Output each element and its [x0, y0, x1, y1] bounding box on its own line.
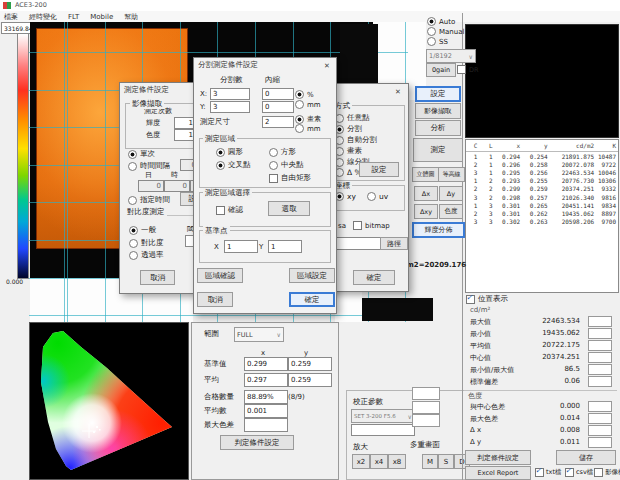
- gain-button[interactable]: 0gain: [426, 63, 456, 77]
- results-judge-button[interactable]: 判定條件設定: [465, 450, 531, 465]
- exposure-manual-radio[interactable]: Manual: [427, 27, 464, 36]
- coord-uv-radio[interactable]: uv: [367, 192, 388, 201]
- ref-x-field[interactable]: 0.299: [244, 357, 288, 371]
- split-cancel-button[interactable]: 取消: [197, 292, 233, 307]
- multiscreen-m-button[interactable]: M: [422, 454, 438, 469]
- confirm-checkbox[interactable]: 確認: [216, 205, 243, 215]
- stereo-map-button[interactable]: 立體圖: [412, 167, 439, 182]
- exposure-auto-radio[interactable]: Auto: [427, 17, 455, 26]
- table-row[interactable]: 2 3 0.301 0.262 19435.062 8897: [466, 209, 618, 217]
- range-panel: 範圍 FULL x y 基準值 0.299 0.259 平均 0.297 0.2…: [191, 322, 339, 480]
- calc-ok-button[interactable]: 確定: [353, 270, 395, 285]
- delta-xy-button[interactable]: Δxy: [414, 204, 438, 219]
- pass-count-label: 合格數量: [204, 393, 234, 402]
- ref-y-field[interactable]: 0.259: [288, 357, 332, 371]
- output-path-field[interactable]: [335, 237, 383, 250]
- table-row[interactable]: 3 1 0.295 0.256 22463.534 10046: [466, 168, 618, 176]
- inset-mm-radio[interactable]: mm: [295, 100, 321, 109]
- capture-button[interactable]: 影像擷取: [415, 103, 461, 119]
- csv-file-checkbox[interactable]: csv檔: [565, 468, 593, 477]
- excel-report-button[interactable]: Excel Report: [465, 466, 531, 480]
- pick-button[interactable]: 選取: [268, 201, 310, 216]
- x-inset-field[interactable]: 0: [262, 88, 294, 100]
- table-row[interactable]: 2 2 0.299 0.259 20374.251 9332: [466, 185, 618, 193]
- region-confirm-button[interactable]: 區域確認: [197, 268, 243, 283]
- region-rect-radio[interactable]: 方形: [269, 147, 296, 157]
- menu-flt[interactable]: FLT: [68, 13, 79, 21]
- method-pixel-radio[interactable]: 畫素: [335, 146, 362, 156]
- region-set-button[interactable]: 區域設定: [289, 268, 335, 283]
- size-pixel-radio[interactable]: 畫素: [295, 114, 321, 124]
- split-close-icon[interactable]: [320, 60, 334, 71]
- avg-num-field: 0.001: [244, 404, 288, 418]
- judge-condition-button[interactable]: 判定條件設定: [220, 435, 294, 450]
- menu-mobile[interactable]: Mobile: [90, 13, 113, 21]
- general-radio[interactable]: 一般: [129, 225, 156, 235]
- position-display-checkbox[interactable]: 位置表示: [466, 294, 508, 304]
- single-radio[interactable]: 單次: [128, 149, 155, 159]
- range-select[interactable]: FULL: [234, 327, 284, 342]
- size-mm-radio[interactable]: mm: [295, 124, 321, 133]
- zoom-x2-button[interactable]: x2: [352, 454, 370, 469]
- table-row[interactable]: 3 3 0.302 0.263 20598.206 9700: [466, 218, 618, 226]
- analyze-button[interactable]: 分析: [415, 120, 461, 136]
- base-x-label: X: [214, 243, 219, 251]
- region-center-radio[interactable]: 中央點: [269, 160, 304, 170]
- delta-y-button[interactable]: Δy: [439, 186, 463, 201]
- inset-percent-radio[interactable]: %: [295, 90, 314, 99]
- inset-label: 內縮: [265, 76, 280, 85]
- txt-file-checkbox[interactable]: txt檔: [535, 468, 561, 477]
- split-ok-button[interactable]: 確定: [289, 292, 335, 307]
- method-split-radio[interactable]: 分割: [335, 124, 362, 134]
- save-button[interactable]: 儲存: [556, 450, 616, 465]
- shutter-select: 1/8192: [426, 49, 476, 63]
- method-autosplit-radio[interactable]: 自動分割: [335, 135, 377, 145]
- interval-radio[interactable]: 時間間隔: [128, 161, 170, 171]
- stat-row: 中心值 20374.251: [464, 351, 618, 363]
- calib-select[interactable]: SET 3-200 F5.6: [351, 409, 415, 423]
- table-row[interactable]: 2 1 0.296 0.258 20072.078 9722: [466, 160, 618, 168]
- zoom-x8-button[interactable]: x8: [388, 454, 406, 469]
- path-button[interactable]: 路徑: [380, 237, 408, 250]
- y-div-field[interactable]: 3: [210, 101, 250, 113]
- y-inset-field[interactable]: 0: [262, 101, 294, 113]
- delta-x-button[interactable]: Δx: [414, 186, 438, 201]
- zoom-x4-button[interactable]: x4: [370, 454, 388, 469]
- base-point-label: 基準点: [203, 226, 230, 236]
- dr-checkbox[interactable]: DR: [457, 65, 479, 74]
- method-delta-radio[interactable]: Δ %: [335, 168, 362, 177]
- measure-button[interactable]: 測定: [413, 138, 463, 162]
- avg-label: 平均: [204, 376, 219, 385]
- table-row[interactable]: 3 2 0.298 0.257 21026.340 9816: [466, 193, 618, 201]
- bitmap-checkbox[interactable]: bitmap: [353, 221, 390, 230]
- coord-xy-radio[interactable]: xy: [335, 192, 356, 201]
- transmittance-radio[interactable]: 透過率: [129, 250, 164, 260]
- contour-button[interactable]: 等高線: [438, 167, 465, 182]
- menu-file[interactable]: 檔案: [4, 12, 18, 22]
- size-field[interactable]: 2: [262, 116, 294, 128]
- menu-time-course[interactable]: 經時變化: [29, 12, 57, 22]
- table-row[interactable]: 1 3 0.301 0.265 20451.141 9834: [466, 201, 618, 209]
- image-file-checkbox[interactable]: 影像檔: [594, 468, 620, 477]
- base-y-field[interactable]: 1: [268, 240, 302, 253]
- base-x-field[interactable]: 1: [224, 240, 258, 253]
- method-any-radio[interactable]: 任意點: [335, 113, 370, 123]
- region-circle-radio[interactable]: 圓形: [216, 147, 243, 157]
- table-row[interactable]: 1 1 0.294 0.254 21891.875 10487: [466, 152, 618, 160]
- menu-help[interactable]: 幫助: [124, 12, 138, 22]
- table-row[interactable]: 1 2 0.293 0.255 20776.730 10306: [466, 177, 618, 185]
- contrast-radio[interactable]: 對比度: [129, 238, 164, 248]
- measure-cancel-button[interactable]: 取消: [140, 270, 175, 285]
- free-rect-checkbox[interactable]: 自由矩形: [269, 173, 311, 183]
- x-div-field[interactable]: 3: [210, 88, 250, 100]
- method-set-button[interactable]: 設定: [359, 162, 399, 177]
- luminance-dist-button[interactable]: 輝度分佈: [412, 222, 465, 238]
- region-cross-radio[interactable]: 交叉點: [216, 160, 251, 170]
- exposure-ss-radio[interactable]: SS: [427, 37, 448, 46]
- multiscreen-s-button[interactable]: S: [438, 454, 454, 469]
- calc-close-icon[interactable]: [391, 86, 405, 97]
- luminance-stats: 最大值 22463.534 最小值 19435.062 平均值 20722.17…: [464, 315, 618, 389]
- specified-time-radio[interactable]: 指定時間: [128, 195, 170, 205]
- chroma-button[interactable]: 色度: [439, 204, 463, 219]
- set-button[interactable]: 設定: [415, 86, 461, 102]
